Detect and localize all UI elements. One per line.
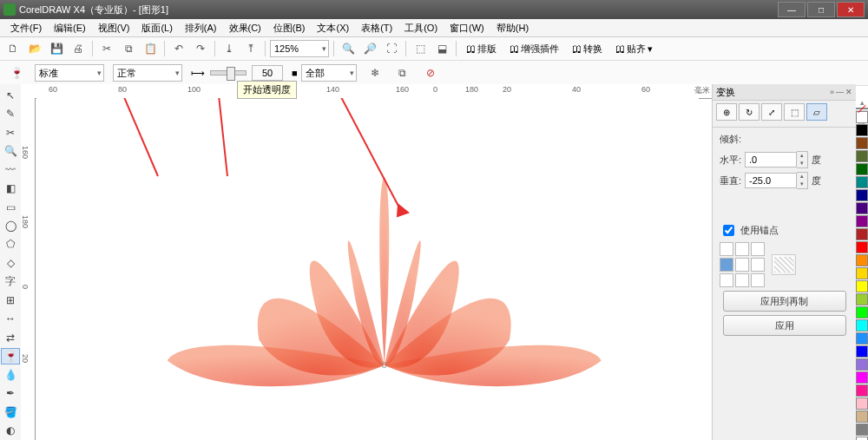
color-swatch[interactable] — [856, 345, 868, 358]
polygon-tool[interactable]: ⬠ — [1, 236, 20, 253]
skew-tab[interactable]: ▱ — [806, 103, 827, 121]
color-swatch[interactable] — [856, 424, 868, 436]
color-swatch[interactable] — [856, 371, 868, 384]
new-icon[interactable]: 🗋 — [3, 39, 23, 58]
color-swatch[interactable] — [856, 410, 868, 423]
close-button[interactable]: ✕ — [837, 2, 865, 17]
position-tab[interactable]: ⊕ — [716, 103, 737, 121]
menu-layout[interactable]: 版面(L) — [136, 20, 177, 36]
text-tool[interactable]: 字 — [1, 273, 20, 290]
cut-icon[interactable]: ✂ — [97, 39, 116, 58]
fit-icon[interactable]: ⛶ — [382, 39, 401, 58]
vertical-skew-input[interactable]: ▴▾ — [745, 172, 808, 189]
zoom-tool[interactable]: 🔍 — [1, 142, 20, 159]
table-tool[interactable]: ⊞ — [1, 292, 20, 308]
menu-tools[interactable]: 工具(O) — [399, 20, 443, 36]
color-swatch[interactable] — [856, 202, 868, 214]
dimension-tool[interactable]: ↔ — [1, 311, 20, 327]
start-transparency-value[interactable]: 50 — [252, 65, 283, 81]
color-swatch[interactable] — [856, 332, 868, 345]
color-swatch[interactable] — [856, 293, 868, 305]
interactive-transparency-tool[interactable]: 🍷 — [1, 348, 20, 364]
clear-icon[interactable]: ⊘ — [421, 63, 440, 82]
menu-view[interactable]: 视图(V) — [93, 20, 135, 36]
undo-icon[interactable]: ↶ — [169, 39, 188, 58]
color-swatch[interactable] — [856, 228, 868, 240]
freeze-icon[interactable]: ❄ — [365, 63, 385, 82]
freehand-tool[interactable]: 〰 — [1, 161, 20, 178]
typeset-button[interactable]: 🕮 排版 — [461, 40, 502, 57]
color-swatch[interactable] — [856, 111, 868, 123]
minimize-button[interactable]: — — [778, 2, 806, 17]
transparency-tool-icon[interactable]: 🍷 — [7, 63, 26, 82]
search-plus-icon[interactable]: 🔍 — [339, 39, 358, 58]
shape-tool[interactable]: ✎ — [1, 105, 20, 121]
size-tab[interactable]: ⬚ — [784, 103, 805, 121]
fill-tool[interactable]: 🪣 — [1, 404, 20, 420]
menu-table[interactable]: 表格(T) — [356, 20, 398, 36]
color-swatch[interactable] — [856, 267, 868, 279]
no-fill-swatch[interactable] — [856, 108, 868, 109]
menu-help[interactable]: 帮助(H) — [491, 20, 534, 36]
color-swatch[interactable] — [856, 254, 868, 266]
maximize-button[interactable]: □ — [807, 2, 835, 17]
rotate-tab[interactable]: ↻ — [739, 103, 760, 121]
rectangle-tool[interactable]: ▭ — [1, 199, 20, 215]
canvas[interactable] — [36, 98, 699, 440]
menu-effects[interactable]: 效果(C) — [224, 20, 266, 36]
fill-target-combo[interactable]: 全部 — [301, 64, 357, 82]
horizontal-skew-input[interactable]: ▴▾ — [745, 151, 808, 168]
snap-button[interactable]: 🕮 贴齐 ▾ — [610, 40, 658, 57]
color-swatch[interactable] — [856, 384, 868, 397]
docker-flyout-icon[interactable]: » — [830, 88, 834, 96]
color-swatch[interactable] — [856, 306, 868, 319]
color-swatch[interactable] — [856, 397, 868, 410]
color-swatch[interactable] — [856, 241, 868, 253]
export-icon[interactable]: ⤒ — [241, 39, 260, 58]
docker-minimize-icon[interactable]: — — [836, 88, 844, 96]
scale-tab[interactable]: ⤢ — [761, 103, 782, 121]
color-swatch[interactable] — [856, 358, 868, 371]
color-swatch[interactable] — [856, 189, 868, 201]
eyedropper-tool[interactable]: 💧 — [1, 366, 20, 383]
pick-tool[interactable]: ↖ — [1, 87, 20, 103]
toggle-a-icon[interactable]: ⬚ — [411, 39, 430, 58]
menu-window[interactable]: 窗口(W) — [444, 20, 490, 36]
zoom-combo[interactable]: 125% — [270, 40, 329, 57]
color-swatch[interactable] — [856, 137, 868, 149]
paste-icon[interactable]: 📋 — [141, 39, 160, 58]
interactive-fill-tool[interactable]: ◐ — [1, 422, 20, 438]
import-icon[interactable]: ⤓ — [220, 39, 239, 58]
copy-icon[interactable]: ⧉ — [119, 39, 138, 58]
color-swatch[interactable] — [856, 215, 868, 227]
color-swatch[interactable] — [856, 437, 868, 440]
convert-button[interactable]: 🕮 转换 — [567, 40, 608, 57]
color-swatch[interactable] — [856, 280, 868, 292]
start-transparency-slider[interactable] — [210, 70, 247, 76]
basic-shapes-tool[interactable]: ◇ — [1, 254, 20, 271]
menu-bitmaps[interactable]: 位图(B) — [268, 20, 311, 36]
palette-scroll-up-icon[interactable]: ▴ — [856, 98, 868, 107]
connector-tool[interactable]: ⇄ — [1, 329, 20, 345]
color-swatch[interactable] — [856, 176, 868, 188]
color-swatch[interactable] — [856, 163, 868, 175]
apply-duplicate-button[interactable]: 应用到再制 — [723, 291, 846, 312]
color-swatch[interactable] — [856, 319, 868, 332]
color-swatch[interactable] — [856, 124, 868, 136]
docker-close-icon[interactable]: ✕ — [845, 88, 852, 96]
menu-edit[interactable]: 编辑(E) — [49, 20, 91, 36]
enhance-plugin-button[interactable]: 🕮 增强插件 — [504, 40, 564, 57]
crop-tool[interactable]: ✂ — [1, 124, 20, 141]
color-swatch[interactable] — [856, 150, 868, 162]
redo-icon[interactable]: ↷ — [191, 39, 210, 58]
toggle-b-icon[interactable]: ⬓ — [432, 39, 451, 58]
anchor-grid[interactable] — [720, 242, 765, 287]
search-minus-icon[interactable]: 🔎 — [360, 39, 379, 58]
mode-combo[interactable]: 正常 — [113, 64, 182, 82]
copy-props-icon[interactable]: ⧉ — [393, 63, 412, 82]
print-icon[interactable]: 🖨 — [69, 39, 88, 58]
smart-fill-tool[interactable]: ◧ — [1, 180, 20, 196]
open-icon[interactable]: 📂 — [25, 39, 44, 58]
outline-tool[interactable]: ✒ — [1, 385, 20, 402]
menu-file[interactable]: 文件(F) — [5, 20, 47, 36]
